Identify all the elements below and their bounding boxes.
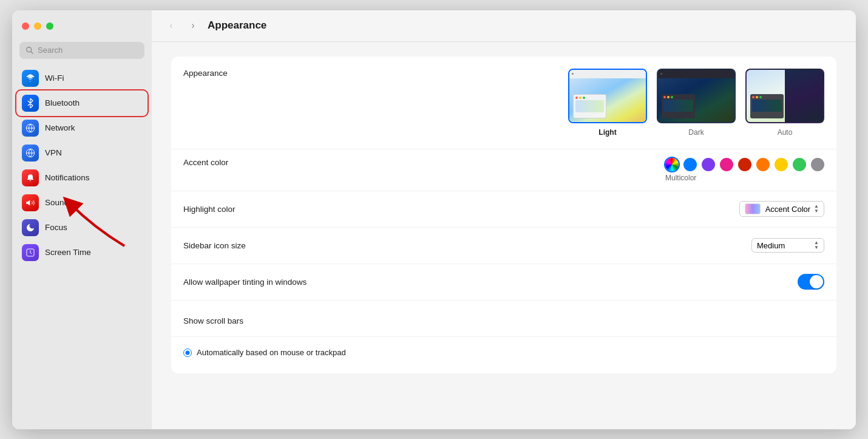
accent-gray[interactable]	[811, 158, 824, 171]
wallpaper-tinting-label: Allow wallpaper tinting in windows	[183, 277, 798, 287]
sidebar-item-focus[interactable]: Focus	[17, 216, 147, 240]
highlight-color-label: Highlight color	[183, 205, 739, 214]
accent-green[interactable]	[793, 158, 806, 171]
sidebar-item-network[interactable]: Network	[17, 116, 147, 140]
forward-button[interactable]: ›	[186, 18, 200, 33]
accent-color-label: Accent color	[183, 158, 665, 167]
appearance-options: Light	[568, 69, 824, 137]
svg-point-0	[27, 47, 32, 52]
content-area: Appearance	[152, 42, 856, 429]
sidebar-item-screentime-label: Screen Time	[45, 248, 91, 257]
sidebar-icon-size-value: Medium	[757, 241, 785, 250]
highlight-color-control: Accent Color ▲ ▼	[739, 201, 824, 217]
appearance-label-auto: Auto	[778, 128, 793, 137]
accent-blue[interactable]	[683, 158, 697, 171]
highlight-color-row: Highlight color Accent Color ▲ ▼	[171, 191, 836, 228]
show-scroll-bars-row: Show scroll bars	[171, 301, 836, 337]
show-scroll-bars-label: Show scroll bars	[183, 316, 824, 325]
scroll-auto-radio[interactable]	[183, 349, 192, 357]
focus-icon	[22, 219, 39, 236]
sidebar-item-vpn[interactable]: VPN	[17, 141, 147, 165]
sidebar: Search Wi-Fi Bluetooth	[12, 10, 152, 429]
accent-color-swatches	[665, 158, 824, 171]
svg-point-2	[30, 81, 30, 81]
highlight-swatch	[745, 203, 761, 214]
appearance-label: Appearance	[183, 69, 568, 78]
accent-purple[interactable]	[702, 158, 715, 171]
sidebar-item-sound[interactable]: Sound	[17, 191, 147, 215]
appearance-option-auto[interactable]: Auto	[745, 69, 824, 137]
toggle-knob	[810, 275, 823, 288]
wallpaper-tinting-control	[798, 274, 824, 290]
sidebar-item-bluetooth[interactable]: Bluetooth	[17, 91, 147, 115]
highlight-color-value: Accent Color	[765, 205, 810, 214]
accent-multicolor[interactable]	[665, 158, 679, 171]
sidebar-list: Wi-Fi Bluetooth Network	[12, 66, 152, 265]
accent-yellow[interactable]	[775, 158, 788, 171]
sidebar-item-bluetooth-label: Bluetooth	[45, 98, 80, 107]
sidebar-item-notifications[interactable]: Notifications	[17, 166, 147, 190]
main-titlebar: ‹ › Appearance	[152, 10, 856, 42]
accent-colors-section: Multicolor	[665, 158, 824, 182]
search-placeholder: Search	[38, 46, 63, 55]
search-bar[interactable]: Search	[19, 42, 144, 59]
wallpaper-tinting-toggle[interactable]	[798, 274, 824, 290]
scroll-bars-auto-row: Automatically based on mouse or trackpad	[171, 337, 836, 373]
close-button[interactable]	[22, 22, 29, 30]
highlight-color-dropdown[interactable]: Accent Color ▲ ▼	[739, 201, 824, 217]
back-button[interactable]: ‹	[164, 18, 178, 33]
sidebar-icon-size-control: Medium ▲ ▼	[751, 238, 824, 253]
appearance-thumb-auto[interactable]	[745, 69, 824, 123]
stepper-arrows: ▲ ▼	[814, 204, 819, 214]
sidebar-icon-stepper: ▲ ▼	[814, 240, 819, 250]
page-title: Appearance	[208, 19, 266, 32]
scroll-auto-label: Automatically based on mouse or trackpad	[197, 348, 346, 357]
sidebar-item-sound-label: Sound	[45, 198, 69, 207]
accent-red[interactable]	[738, 158, 751, 171]
sidebar-icon-size-dropdown[interactable]: Medium ▲ ▼	[751, 238, 824, 253]
sidebar-icon-size-label: Sidebar icon size	[183, 241, 751, 250]
accent-pink[interactable]	[720, 158, 733, 171]
sidebar-item-vpn-label: VPN	[45, 148, 62, 157]
accent-orange[interactable]	[756, 158, 770, 171]
appearance-label-dark: Dark	[688, 128, 704, 137]
sidebar-item-network-label: Network	[45, 123, 75, 132]
main-window: Search Wi-Fi Bluetooth	[12, 10, 856, 429]
sidebar-item-wifi[interactable]: Wi-Fi	[17, 66, 147, 90]
screentime-icon	[22, 244, 39, 261]
appearance-option-light[interactable]: Light	[568, 69, 647, 137]
search-icon	[25, 46, 34, 55]
accent-sub-label: Multicolor	[665, 174, 696, 182]
svg-line-1	[31, 51, 33, 53]
appearance-thumb-light[interactable]	[568, 69, 647, 123]
appearance-option-dark[interactable]: Dark	[657, 69, 736, 137]
accent-color-row: Accent color Mul	[171, 149, 836, 191]
main-content: ‹ › Appearance Appearance	[152, 10, 856, 429]
sidebar-item-notifications-label: Notifications	[45, 173, 90, 182]
appearance-card: Appearance	[171, 56, 836, 373]
bluetooth-icon	[22, 95, 39, 112]
appearance-thumb-dark[interactable]	[657, 69, 736, 123]
sidebar-item-focus-label: Focus	[45, 223, 67, 232]
sound-icon	[22, 194, 39, 211]
appearance-label-light: Light	[598, 128, 616, 137]
maximize-button[interactable]	[46, 22, 53, 30]
sidebar-icon-size-row: Sidebar icon size Medium ▲ ▼	[171, 228, 836, 264]
appearance-row: Appearance	[171, 56, 836, 149]
network-icon	[22, 120, 39, 137]
sidebar-item-wifi-label: Wi-Fi	[45, 73, 64, 83]
wallpaper-tinting-row: Allow wallpaper tinting in windows	[171, 264, 836, 301]
wifi-icon	[22, 70, 39, 87]
notifications-icon	[22, 169, 39, 186]
minimize-button[interactable]	[34, 22, 41, 30]
sidebar-item-screentime[interactable]: Screen Time	[17, 240, 147, 265]
vpn-icon	[22, 145, 39, 162]
sidebar-titlebar	[12, 10, 152, 42]
